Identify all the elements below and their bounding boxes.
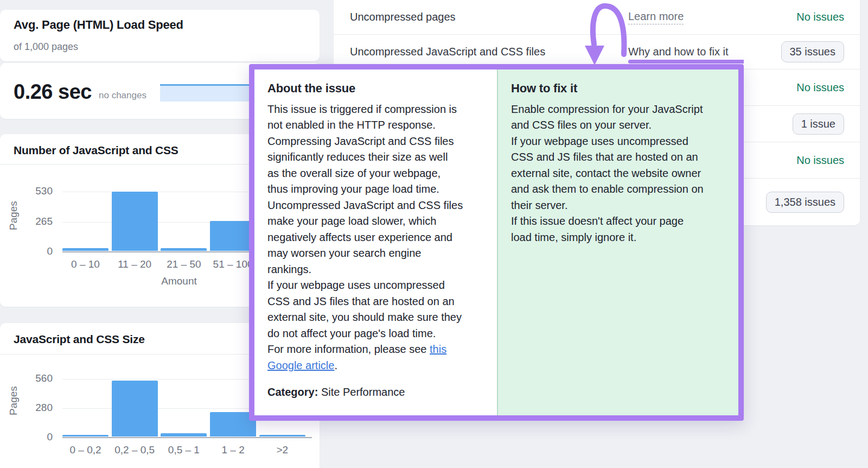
y-tick-label: 280 [20,402,53,414]
y-tick-label: 265 [20,216,53,227]
x-tick-label: 0,5 – 1 [157,444,211,456]
y-tick-label: 560 [20,372,53,384]
x-tick-label: 0 – 0,2 [59,444,113,456]
more-info-line: For more information, please see thisGoo… [267,341,484,374]
issues-count-badge[interactable]: 1 issue [793,113,844,135]
issue-label: Uncompressed pages [334,11,456,23]
x-tick-label: >2 [255,444,309,456]
more-info-prefix: For more information, please see [267,343,430,355]
issue-label: Uncompressed JavaScript and CSS files [334,46,545,58]
category-value: Site Performance [318,386,405,398]
how-to-fix-panel: How to fix it Enable compression for you… [497,69,738,415]
x-tick-label: 0,2 – 0,5 [107,444,162,456]
annotation-arrow-icon [564,0,640,71]
y-tick-label: 530 [20,185,53,197]
chart-gridline [62,437,312,438]
category-line: Category: Site Performance [267,384,484,401]
x-tick-label: 1 – 2 [206,444,260,456]
y-axis-label: Pages [8,218,20,230]
x-tick-label: 0 – 10 [59,258,113,270]
chart-bar[interactable] [259,435,305,437]
chart-bar[interactable] [112,381,158,437]
load-speed-change-label: no changes [99,90,146,101]
how-to-fix-heading: How to fix it [511,80,725,97]
y-tick-label: 0 [20,431,53,443]
y-tick-label: 0 [20,245,53,257]
x-tick-label: 11 – 20 [107,258,162,270]
y-axis-label: Pages [8,403,20,415]
issues-count-badge[interactable]: 1,358 issues [766,192,844,213]
load-speed-value: 0.26 sec [14,80,92,104]
google-article-link[interactable]: this [430,343,446,355]
category-label: Category: [267,386,318,398]
google-article-link[interactable]: Google article [267,359,334,371]
about-body: This issue is triggered if compression i… [267,102,484,342]
status-ok: No issues [796,11,844,23]
chart-bar[interactable] [62,435,108,437]
chart-bar[interactable] [62,248,108,251]
load-speed-card: Avg. Page (HTML) Load Speed of 1,000 pag… [0,10,320,61]
issues-count-badge[interactable]: 35 issues [781,41,845,62]
chart-bar[interactable] [161,433,207,437]
chart-bar[interactable] [161,248,207,251]
chart-title: JavaScript and CSS Size [14,333,145,346]
issue-details-popup: About the issue This issue is triggered … [249,64,744,421]
x-tick-label: 21 – 50 [157,258,211,270]
card-title: Avg. Page (HTML) Load Speed [14,18,183,32]
chart-bar[interactable] [112,192,158,251]
card-subtitle: of 1,000 pages [14,41,78,53]
chart-title: Number of JavaScript and CSS [14,144,178,157]
status-ok: No issues [796,154,844,167]
sentence-period: . [334,359,337,371]
about-the-issue-panel: About the issue This issue is triggered … [254,69,497,415]
annotation-underline [628,60,744,64]
why-and-how-to-fix-link[interactable]: Why and how to fix it [628,46,729,58]
about-heading: About the issue [267,80,484,97]
status-ok: No issues [796,81,844,94]
how-to-fix-body: Enable compression for your JavaScript a… [511,102,725,246]
